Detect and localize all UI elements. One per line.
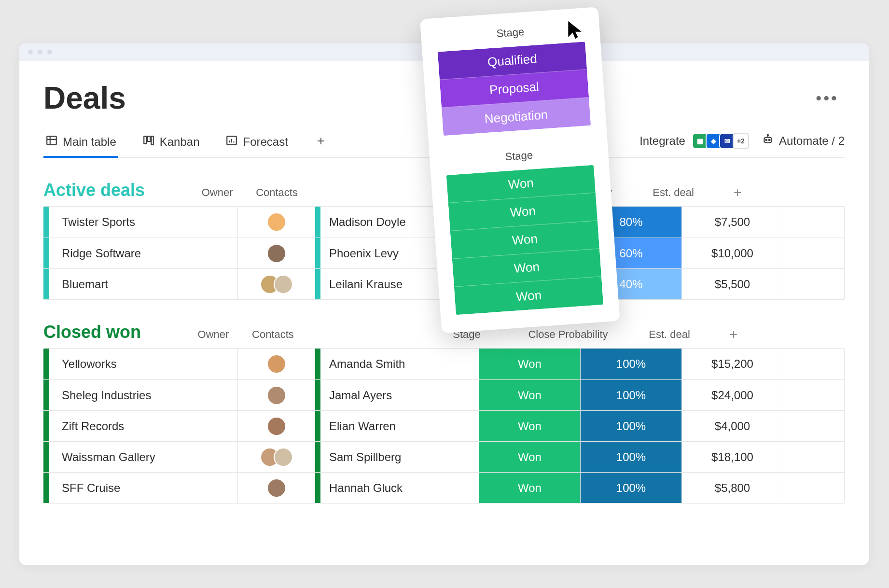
value-cell[interactable]: $5,500 bbox=[681, 269, 783, 299]
contact-cell[interactable]: Hannah Gluck bbox=[320, 473, 479, 503]
popover-title: Stage bbox=[445, 145, 593, 168]
row-end-cell bbox=[783, 269, 804, 299]
table-row[interactable]: Waissman GallerySam SpillbergWon100%$18,… bbox=[43, 441, 844, 472]
contact-accent bbox=[315, 207, 320, 238]
contact-accent bbox=[315, 411, 320, 441]
contact-accent bbox=[315, 473, 320, 503]
value-cell[interactable]: $15,200 bbox=[681, 349, 783, 379]
row-accent bbox=[43, 207, 49, 238]
value-cell[interactable]: $18,100 bbox=[681, 442, 783, 472]
traffic-light-dot bbox=[47, 50, 52, 55]
avatar-icon bbox=[267, 417, 286, 436]
automate-button[interactable]: Automate / 2 bbox=[762, 133, 845, 154]
table-row[interactable]: YelloworksAmanda SmithWon100%$15,200 bbox=[43, 349, 844, 379]
avatar-icon bbox=[267, 354, 286, 374]
contact-accent bbox=[315, 238, 320, 268]
row-end-cell bbox=[783, 411, 804, 441]
table-icon bbox=[45, 134, 58, 150]
probability-cell[interactable]: 100% bbox=[580, 442, 681, 472]
column-header-value[interactable]: Est. deal bbox=[619, 328, 720, 341]
group-closed-won: Closed won Owner Contacts Stage Close Pr… bbox=[43, 322, 845, 504]
stage-cell[interactable]: Won bbox=[479, 442, 580, 472]
owner-cell[interactable] bbox=[237, 238, 315, 268]
row-accent bbox=[43, 269, 49, 299]
owner-cell[interactable] bbox=[237, 380, 315, 410]
table-row[interactable]: SFF CruiseHannah GluckWon100%$5,800 bbox=[43, 472, 844, 503]
group-title[interactable]: Closed won bbox=[43, 322, 141, 342]
avatar-icon bbox=[267, 244, 286, 263]
row-end-cell bbox=[783, 349, 804, 379]
value-cell[interactable]: $4,000 bbox=[681, 411, 783, 441]
table-row[interactable]: Sheleg IndustriesJamal AyersWon100%$24,0… bbox=[43, 379, 844, 410]
deal-name-cell[interactable]: Zift Records bbox=[49, 411, 237, 441]
svg-rect-3 bbox=[144, 136, 146, 143]
robot-icon bbox=[762, 133, 774, 149]
integration-more-badge: +2 bbox=[733, 133, 749, 149]
deal-name-cell[interactable]: Twister Sports bbox=[49, 207, 237, 238]
contact-accent bbox=[315, 442, 320, 472]
add-column-button[interactable]: + bbox=[724, 185, 751, 200]
value-cell[interactable]: $7,500 bbox=[681, 207, 783, 238]
row-end-cell bbox=[783, 380, 804, 410]
row-accent bbox=[43, 238, 49, 268]
probability-cell[interactable]: 100% bbox=[580, 349, 681, 379]
table-row[interactable]: Zift RecordsElian WarrenWon100%$4,000 bbox=[43, 410, 844, 441]
tab-kanban[interactable]: Kanban bbox=[140, 129, 202, 157]
tab-label: Forecast bbox=[243, 135, 288, 149]
row-accent bbox=[43, 349, 49, 379]
tab-main-table[interactable]: Main table bbox=[43, 129, 118, 157]
stage-cell[interactable]: Won bbox=[479, 473, 580, 503]
contact-accent bbox=[315, 269, 320, 299]
svg-point-12 bbox=[769, 140, 770, 141]
owner-cell[interactable] bbox=[237, 349, 315, 379]
stage-cell[interactable]: Won bbox=[479, 411, 580, 441]
deal-name-cell[interactable]: Sheleg Industries bbox=[49, 380, 237, 410]
contact-cell[interactable]: Jamal Ayers bbox=[320, 380, 479, 410]
value-cell[interactable]: $10,000 bbox=[681, 238, 783, 268]
probability-cell[interactable]: 100% bbox=[580, 380, 681, 410]
owner-cell[interactable] bbox=[237, 442, 315, 472]
avatar-icon bbox=[274, 275, 293, 294]
owner-cell[interactable] bbox=[237, 411, 315, 441]
more-options-button[interactable]: ••• bbox=[810, 85, 845, 112]
owner-cell[interactable] bbox=[237, 207, 315, 238]
value-cell[interactable]: $24,000 bbox=[681, 380, 783, 410]
deal-name-cell[interactable]: Bluemart bbox=[49, 269, 237, 299]
kanban-icon bbox=[142, 134, 155, 150]
owner-cell[interactable] bbox=[237, 269, 315, 299]
value-cell[interactable]: $5,800 bbox=[681, 473, 783, 503]
row-end-cell bbox=[783, 207, 804, 238]
probability-cell[interactable]: 100% bbox=[580, 411, 681, 441]
contact-cell[interactable]: Sam Spillberg bbox=[320, 442, 479, 472]
add-column-button[interactable]: + bbox=[720, 327, 747, 342]
tab-forecast[interactable]: Forecast bbox=[223, 129, 290, 157]
stage-cell[interactable]: Won bbox=[479, 349, 580, 379]
svg-rect-4 bbox=[148, 136, 150, 141]
add-view-button[interactable]: + bbox=[312, 133, 330, 154]
deal-name-cell[interactable]: SFF Cruise bbox=[49, 473, 237, 503]
avatar-icon bbox=[267, 478, 286, 498]
contact-cell[interactable]: Elian Warren bbox=[320, 411, 479, 441]
contact-cell[interactable]: Amanda Smith bbox=[320, 349, 479, 379]
contact-accent bbox=[315, 380, 320, 410]
deal-name-cell[interactable]: Ridge Software bbox=[49, 238, 237, 268]
group-title[interactable]: Active deals bbox=[43, 180, 145, 200]
column-header-contacts[interactable]: Contacts bbox=[252, 328, 416, 341]
stage-cell[interactable]: Won bbox=[479, 380, 580, 410]
toolbar-label: Automate / 2 bbox=[779, 134, 845, 148]
integrate-button[interactable]: Integrate ▦ ◆ ✉ +2 bbox=[639, 133, 749, 154]
column-header-owner[interactable]: Owner bbox=[179, 186, 256, 199]
contact-accent bbox=[315, 349, 320, 379]
svg-rect-0 bbox=[47, 136, 56, 144]
deal-name-cell[interactable]: Yelloworks bbox=[49, 349, 237, 379]
stage-popover: Stage QualifiedProposalNegotiation Stage… bbox=[420, 7, 620, 333]
column-header-value[interactable]: Est. deal bbox=[623, 186, 724, 199]
deal-name-cell[interactable]: Waissman Gallery bbox=[49, 442, 237, 472]
column-header-probability[interactable]: Close Probability bbox=[517, 328, 619, 341]
column-header-contacts[interactable]: Contacts bbox=[256, 186, 420, 199]
owner-cell[interactable] bbox=[237, 473, 315, 503]
column-header-owner[interactable]: Owner bbox=[175, 328, 252, 341]
traffic-light-dot bbox=[28, 50, 33, 55]
probability-cell[interactable]: 100% bbox=[580, 473, 681, 503]
row-end-cell bbox=[783, 473, 804, 503]
